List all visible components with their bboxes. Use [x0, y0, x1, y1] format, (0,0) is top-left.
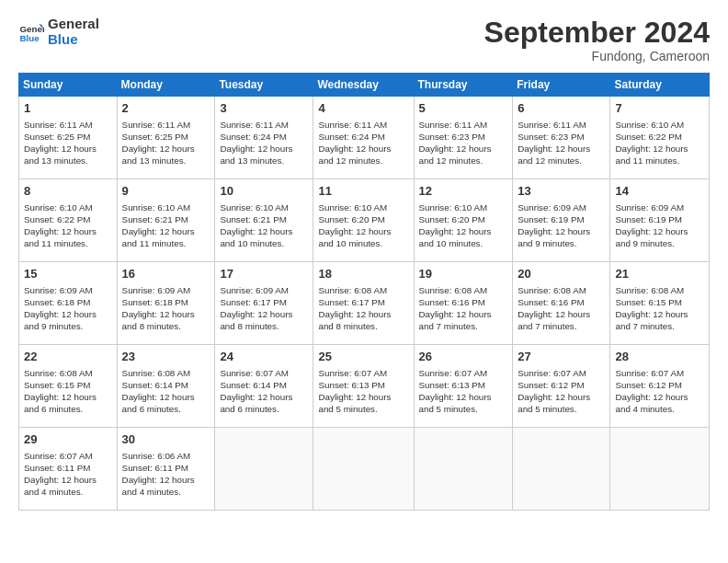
day-number: 14	[615, 183, 704, 200]
calendar-table: SundayMondayTuesdayWednesdayThursdayFrid…	[18, 73, 710, 511]
day-info: Sunrise: 6:10 AM Sunset: 6:21 PM Dayligh…	[220, 201, 308, 250]
day-number: 25	[318, 349, 408, 365]
week-row-3: 15Sunrise: 6:09 AM Sunset: 6:18 PM Dayli…	[19, 262, 710, 345]
day-number: 3	[220, 100, 308, 117]
month-title: September 2024	[484, 17, 710, 49]
day-cell: 15Sunrise: 6:09 AM Sunset: 6:18 PM Dayli…	[19, 262, 118, 345]
day-info: Sunrise: 6:11 AM Sunset: 6:25 PM Dayligh…	[122, 119, 210, 167]
day-number: 6	[518, 100, 605, 117]
day-info: Sunrise: 6:10 AM Sunset: 6:20 PM Dayligh…	[318, 201, 408, 250]
day-info: Sunrise: 6:07 AM Sunset: 6:13 PM Dayligh…	[318, 367, 408, 416]
day-cell: 28Sunrise: 6:07 AM Sunset: 6:12 PM Dayli…	[610, 345, 710, 428]
week-row-1: 1Sunrise: 6:11 AM Sunset: 6:25 PM Daylig…	[19, 97, 710, 179]
svg-text:Blue: Blue	[19, 32, 40, 42]
day-number: 8	[24, 183, 112, 200]
day-cell: 1Sunrise: 6:11 AM Sunset: 6:25 PM Daylig…	[19, 97, 118, 179]
day-info: Sunrise: 6:10 AM Sunset: 6:22 PM Dayligh…	[24, 201, 112, 250]
day-cell	[414, 428, 513, 511]
day-number: 23	[122, 349, 210, 365]
day-cell: 20Sunrise: 6:08 AM Sunset: 6:16 PM Dayli…	[513, 262, 610, 345]
day-number: 13	[518, 183, 605, 200]
day-info: Sunrise: 6:10 AM Sunset: 6:22 PM Dayligh…	[615, 119, 704, 167]
day-number: 30	[122, 431, 210, 448]
day-number: 29	[24, 431, 112, 448]
day-cell: 13Sunrise: 6:09 AM Sunset: 6:19 PM Dayli…	[513, 179, 610, 262]
day-info: Sunrise: 6:09 AM Sunset: 6:19 PM Dayligh…	[518, 201, 605, 250]
day-cell: 25Sunrise: 6:07 AM Sunset: 6:13 PM Dayli…	[313, 345, 414, 428]
week-row-4: 22Sunrise: 6:08 AM Sunset: 6:15 PM Dayli…	[19, 345, 710, 428]
header: General Blue General Blue September 2024…	[18, 17, 710, 63]
day-cell: 29Sunrise: 6:07 AM Sunset: 6:11 PM Dayli…	[19, 428, 118, 511]
day-number: 22	[24, 349, 112, 365]
logo: General Blue General Blue	[18, 17, 99, 47]
day-info: Sunrise: 6:11 AM Sunset: 6:23 PM Dayligh…	[419, 119, 508, 167]
day-cell: 18Sunrise: 6:08 AM Sunset: 6:17 PM Dayli…	[313, 262, 414, 345]
day-info: Sunrise: 6:08 AM Sunset: 6:14 PM Dayligh…	[122, 367, 210, 416]
location-subtitle: Fundong, Cameroon	[484, 49, 710, 63]
col-header-monday: Monday	[117, 74, 215, 97]
day-cell: 10Sunrise: 6:10 AM Sunset: 6:21 PM Dayli…	[215, 179, 313, 262]
col-header-friday: Friday	[513, 74, 610, 97]
col-header-saturday: Saturday	[610, 74, 710, 97]
logo-icon: General Blue	[18, 19, 44, 45]
day-info: Sunrise: 6:07 AM Sunset: 6:14 PM Dayligh…	[220, 367, 308, 416]
day-cell: 3Sunrise: 6:11 AM Sunset: 6:24 PM Daylig…	[215, 97, 313, 179]
col-header-tuesday: Tuesday	[215, 74, 313, 97]
day-cell: 22Sunrise: 6:08 AM Sunset: 6:15 PM Dayli…	[19, 345, 118, 428]
day-number: 27	[518, 349, 605, 365]
day-number: 17	[220, 266, 308, 282]
logo-line1: General	[48, 17, 99, 32]
day-info: Sunrise: 6:07 AM Sunset: 6:12 PM Dayligh…	[615, 367, 704, 416]
day-cell: 8Sunrise: 6:10 AM Sunset: 6:22 PM Daylig…	[19, 179, 118, 262]
day-info: Sunrise: 6:11 AM Sunset: 6:25 PM Dayligh…	[24, 119, 112, 167]
day-number: 21	[615, 266, 704, 282]
day-number: 12	[419, 183, 508, 200]
day-cell: 21Sunrise: 6:08 AM Sunset: 6:15 PM Dayli…	[610, 262, 710, 345]
day-cell: 19Sunrise: 6:08 AM Sunset: 6:16 PM Dayli…	[414, 262, 513, 345]
day-cell	[513, 428, 610, 511]
day-cell: 9Sunrise: 6:10 AM Sunset: 6:21 PM Daylig…	[117, 179, 215, 262]
title-block: September 2024 Fundong, Cameroon	[484, 17, 710, 63]
day-number: 4	[318, 100, 408, 117]
day-cell: 6Sunrise: 6:11 AM Sunset: 6:23 PM Daylig…	[513, 97, 610, 179]
day-number: 9	[122, 183, 210, 200]
week-row-5: 29Sunrise: 6:07 AM Sunset: 6:11 PM Dayli…	[19, 428, 710, 511]
day-cell: 17Sunrise: 6:09 AM Sunset: 6:17 PM Dayli…	[215, 262, 313, 345]
day-number: 16	[122, 266, 210, 282]
day-info: Sunrise: 6:08 AM Sunset: 6:15 PM Dayligh…	[615, 284, 704, 333]
day-number: 28	[615, 349, 704, 365]
day-cell: 26Sunrise: 6:07 AM Sunset: 6:13 PM Dayli…	[414, 345, 513, 428]
day-info: Sunrise: 6:06 AM Sunset: 6:11 PM Dayligh…	[122, 450, 210, 499]
col-header-thursday: Thursday	[414, 74, 513, 97]
day-cell	[313, 428, 414, 511]
day-cell	[215, 428, 313, 511]
day-info: Sunrise: 6:09 AM Sunset: 6:18 PM Dayligh…	[24, 284, 112, 333]
day-number: 10	[220, 183, 308, 200]
day-cell: 24Sunrise: 6:07 AM Sunset: 6:14 PM Dayli…	[215, 345, 313, 428]
day-cell	[610, 428, 710, 511]
day-info: Sunrise: 6:08 AM Sunset: 6:16 PM Dayligh…	[518, 284, 605, 333]
day-cell: 14Sunrise: 6:09 AM Sunset: 6:19 PM Dayli…	[610, 179, 710, 262]
day-number: 19	[419, 266, 508, 282]
calendar-header: SundayMondayTuesdayWednesdayThursdayFrid…	[19, 74, 710, 97]
day-number: 24	[220, 349, 308, 365]
day-cell: 12Sunrise: 6:10 AM Sunset: 6:20 PM Dayli…	[414, 179, 513, 262]
day-cell: 7Sunrise: 6:10 AM Sunset: 6:22 PM Daylig…	[610, 97, 710, 179]
col-header-wednesday: Wednesday	[313, 74, 414, 97]
day-cell: 27Sunrise: 6:07 AM Sunset: 6:12 PM Dayli…	[513, 345, 610, 428]
day-number: 2	[122, 100, 210, 117]
calendar-body: 1Sunrise: 6:11 AM Sunset: 6:25 PM Daylig…	[19, 97, 710, 511]
day-info: Sunrise: 6:07 AM Sunset: 6:13 PM Dayligh…	[419, 367, 508, 416]
day-cell: 16Sunrise: 6:09 AM Sunset: 6:18 PM Dayli…	[117, 262, 215, 345]
week-row-2: 8Sunrise: 6:10 AM Sunset: 6:22 PM Daylig…	[19, 179, 710, 262]
day-info: Sunrise: 6:08 AM Sunset: 6:15 PM Dayligh…	[24, 367, 112, 416]
page-container: General Blue General Blue September 2024…	[0, 0, 728, 520]
day-info: Sunrise: 6:11 AM Sunset: 6:23 PM Dayligh…	[518, 119, 605, 167]
day-cell: 2Sunrise: 6:11 AM Sunset: 6:25 PM Daylig…	[117, 97, 215, 179]
day-number: 26	[419, 349, 508, 365]
day-info: Sunrise: 6:08 AM Sunset: 6:17 PM Dayligh…	[318, 284, 408, 333]
day-info: Sunrise: 6:11 AM Sunset: 6:24 PM Dayligh…	[220, 119, 308, 167]
day-info: Sunrise: 6:11 AM Sunset: 6:24 PM Dayligh…	[318, 119, 408, 167]
day-cell: 5Sunrise: 6:11 AM Sunset: 6:23 PM Daylig…	[414, 97, 513, 179]
day-cell: 11Sunrise: 6:10 AM Sunset: 6:20 PM Dayli…	[313, 179, 414, 262]
